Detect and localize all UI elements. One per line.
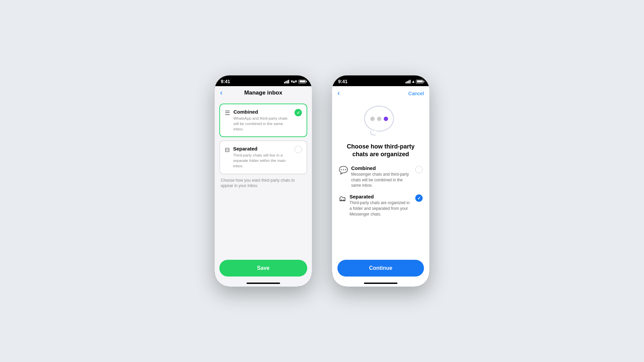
left-status-icons: ▾▴▾ <box>284 79 306 84</box>
right-signal-bars-icon <box>406 80 411 83</box>
right-back-button[interactable]: ‹ <box>337 89 340 97</box>
right-combined-option[interactable]: 💬 Combined Messenger chats and third-par… <box>339 165 423 188</box>
right-status-bar: 9:41 ▴ <box>332 75 429 86</box>
separated-option-icon: ⊟ <box>225 146 230 154</box>
right-combined-text: Combined Messenger chats and third-party… <box>351 165 412 188</box>
bubble-dots <box>370 117 388 121</box>
left-nav-title: Manage inbox <box>244 89 282 96</box>
right-separated-option[interactable]: 🗂 Separated Third-party chats are organi… <box>339 194 423 217</box>
right-modal-title: Choose how third-party chats are organiz… <box>339 143 423 159</box>
left-back-button[interactable]: ‹ <box>220 89 222 97</box>
bubble-outer <box>364 106 394 132</box>
save-button[interactable]: Save <box>219 260 307 277</box>
left-helper-text: Choose how you want third-party chats to… <box>219 178 307 189</box>
combined-check-icon <box>294 109 302 116</box>
separated-radio-icon <box>294 146 302 153</box>
combined-option-text: Combined WhatsApp and third-party chats … <box>233 109 291 132</box>
combined-option-title: Combined <box>233 109 291 115</box>
right-wifi-icon: ▴ <box>412 79 414 84</box>
right-home-indicator <box>364 283 397 284</box>
right-cancel-button[interactable]: Cancel <box>408 90 424 96</box>
right-separated-desc: Third-party chats are organized in a fol… <box>350 200 412 217</box>
right-status-icons: ▴ <box>406 79 423 84</box>
right-separated-title: Separated <box>350 194 412 199</box>
separated-option-desc: Third-party chats will live in a separat… <box>233 153 291 169</box>
bubble-dot-2 <box>377 117 381 121</box>
wifi-icon: ▾▴▾ <box>291 79 297 84</box>
chat-bubble-illustration <box>364 106 397 137</box>
combined-option-card[interactable]: ☰ Combined WhatsApp and third-party chat… <box>219 104 307 137</box>
separated-option-text: Separated Third-party chats will live in… <box>233 146 291 169</box>
right-separated-text: Separated Third-party chats are organize… <box>350 194 412 217</box>
separated-option-title: Separated <box>233 146 291 152</box>
left-nav-bar: ‹ Manage inbox <box>215 86 312 100</box>
left-time: 9:41 <box>221 79 230 84</box>
right-separated-radio <box>415 194 423 202</box>
left-phone: 9:41 ▾▴▾ ‹ Manage inbox <box>215 75 312 287</box>
continue-button[interactable]: Continue <box>337 260 424 277</box>
combined-option-icon: ☰ <box>225 109 230 117</box>
left-content-area: ☰ Combined WhatsApp and third-party chat… <box>215 100 312 260</box>
bubble-tail <box>370 131 376 135</box>
signal-bars-icon <box>284 80 289 83</box>
right-combined-desc: Messenger chats and third-party chats wi… <box>351 172 412 188</box>
battery-icon <box>299 80 306 83</box>
left-home-indicator <box>247 283 280 284</box>
left-status-bar: 9:41 ▾▴▾ <box>215 75 312 86</box>
combined-option-desc: WhatsApp and third-party chats will be c… <box>233 116 291 132</box>
right-separated-icon: 🗂 <box>339 194 346 203</box>
right-time: 9:41 <box>338 79 347 84</box>
right-combined-title: Combined <box>351 165 412 171</box>
separated-option-card[interactable]: ⊟ Separated Third-party chats will live … <box>219 140 307 174</box>
bubble-dot-1 <box>370 117 375 121</box>
right-nav-bar: ‹ Cancel <box>332 86 429 100</box>
phones-container: 9:41 ▾▴▾ ‹ Manage inbox <box>215 75 429 287</box>
right-phone: 9:41 ▴ ‹ Cancel <box>332 75 429 287</box>
right-combined-icon: 💬 <box>339 166 348 175</box>
right-battery-icon <box>416 80 423 83</box>
bubble-dot-3 <box>384 117 388 121</box>
right-content-area: Choose how third-party chats are organiz… <box>332 100 429 260</box>
right-combined-radio <box>415 166 423 173</box>
